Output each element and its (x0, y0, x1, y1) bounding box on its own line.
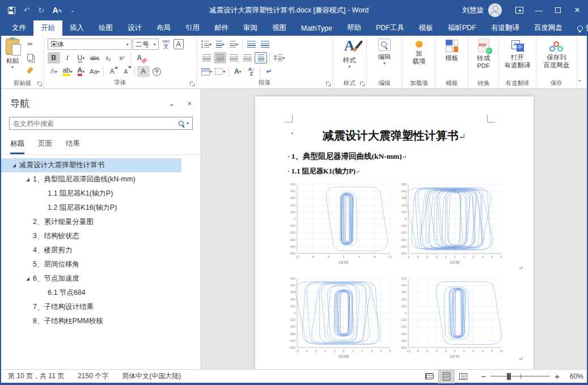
distribute-button[interactable] (255, 52, 267, 64)
nav-tree-item[interactable]: 7、子结构设计结果 (1, 300, 181, 314)
character-border-button[interactable]: A (174, 39, 184, 49)
align-left-button[interactable] (200, 52, 213, 64)
bullets-button[interactable]: ▾ (200, 39, 213, 50)
superscript-button[interactable]: x² (116, 52, 128, 64)
text-effects-button[interactable]: A▾ (48, 66, 60, 77)
zoom-slider[interactable] (490, 376, 550, 377)
nav-tab-标题[interactable]: 标题 (10, 139, 24, 154)
grow-font-button[interactable]: A (106, 66, 119, 77)
hysteresis-chart-L0-Y1[interactable]: -10-8-6-4-20246810-500-400-300-200-10001… (395, 275, 506, 363)
ribbon-tab-开始[interactable]: 开始 (33, 20, 62, 36)
increase-indent-button[interactable] (259, 39, 271, 50)
strikethrough-button[interactable]: abc (88, 52, 101, 64)
nav-tree-item[interactable]: 减震设计大震弹塑性计算书 (1, 158, 181, 172)
save-icon[interactable] (8, 7, 15, 14)
ribbon-tab-插入[interactable]: 插入 (62, 20, 91, 36)
ribbon-tab-设计[interactable]: 设计 (120, 20, 149, 36)
baidu-save-button[interactable]: 保存到百度网盘 (540, 37, 573, 79)
document-page[interactable]: ·减震设计大震弹塑性计算书↵ ·1、典型阻尼器滞回曲线(kN-mm)↵ ·1.1… (255, 96, 534, 369)
font-name-combo[interactable]: 宋体▾ (48, 39, 132, 50)
cut-button[interactable]: ✂ (24, 39, 36, 50)
ribbon-tab-视图[interactable]: 视图 (265, 20, 294, 36)
zoom-slider-thumb[interactable] (507, 373, 511, 380)
word-count[interactable]: 2150 个字 (71, 371, 115, 381)
shrink-font-button[interactable]: A (120, 66, 132, 77)
search-icon[interactable] (179, 121, 184, 126)
nav-tab-页面[interactable]: 页面 (38, 139, 52, 154)
nav-options-icon[interactable]: ⌄ (169, 99, 175, 108)
ribbon-tab-审阅[interactable]: 审阅 (236, 20, 265, 36)
format-painter-icon[interactable]: A✎ (52, 6, 62, 14)
undo-icon[interactable]: ↶ (23, 6, 30, 14)
align-right-button[interactable] (227, 52, 240, 64)
collapse-triangle-icon[interactable] (26, 277, 29, 281)
hysteresis-chart-L0-X3[interactable]: -5-4-3-2-1012345-500-400-300-200-1000100… (284, 275, 395, 363)
line-spacing-button[interactable]: ⇕▾ (272, 52, 285, 64)
nav-tree-item[interactable]: 4、楼层剪力 (1, 243, 181, 257)
ribbon-tab-百度网盘[interactable]: 百度网盘 (527, 20, 570, 36)
font-size-combo[interactable]: 二号▾ (133, 39, 159, 50)
search-options-icon[interactable]: ▾ (187, 121, 189, 126)
nav-tree-item[interactable]: 2、累计能量分量图 (1, 215, 181, 229)
copy-button[interactable] (24, 52, 36, 63)
styles-dialog-launcher[interactable] (360, 82, 365, 87)
nav-tree-item[interactable]: 1.2 阻尼器K16(轴力P) (1, 201, 181, 215)
ribbon-tab-PDF工具[interactable]: PDF工具 (369, 20, 412, 36)
editing-button[interactable]: 编辑 ▾ (375, 37, 395, 79)
enclose-characters-button[interactable]: 字 (151, 66, 163, 77)
template-button[interactable]: 模板 (442, 37, 462, 79)
ribbon-tab-帮助[interactable]: 帮助 (340, 20, 369, 36)
zoom-in-button[interactable]: + (555, 372, 560, 380)
ribbon-tab-告诉我[interactable]: 告诉我 (570, 20, 588, 36)
youdao-button[interactable]: 打开有道翻译 (501, 37, 534, 79)
highlight-button[interactable]: ab▾ (61, 66, 74, 77)
justify-button[interactable] (241, 52, 253, 64)
font-dialog-launcher[interactable] (190, 82, 195, 87)
redo-icon[interactable]: ↻ (38, 6, 45, 14)
nav-search-box[interactable]: ▾ (9, 117, 193, 130)
clipboard-dialog-launcher[interactable] (37, 82, 43, 87)
nav-tree-item[interactable]: 6、节点加速度 (1, 272, 181, 286)
zoom-out-button[interactable]: − (481, 372, 486, 380)
ribbon-tab-模板[interactable]: 模板 (412, 20, 441, 36)
language-indicator[interactable]: 简体中文(中国大陆) (115, 371, 188, 381)
collapse-triangle-icon[interactable] (26, 178, 29, 181)
ribbon-tab-邮件[interactable]: 邮件 (207, 20, 236, 36)
web-layout-button[interactable] (455, 370, 472, 383)
multilevel-list-button[interactable]: ▾ (227, 39, 240, 50)
character-shading-button[interactable]: A (137, 66, 150, 77)
paste-button[interactable]: 粘贴 ▾ (2, 37, 23, 79)
customize-qat-icon[interactable]: ⌄ (70, 7, 75, 13)
ribbon-tab-绘图[interactable]: 绘图 (91, 20, 120, 36)
ribbon-tab-福昕PDF[interactable]: 福昕PDF (441, 20, 484, 36)
paragraph-dialog-launcher[interactable] (326, 82, 331, 87)
addins-button[interactable]: 加载项 (409, 37, 429, 79)
zoom-percentage[interactable]: 60% (565, 373, 587, 380)
phonetic-guide-button[interactable]: wén文 (160, 39, 172, 50)
nav-tree-item[interactable]: 1.1 阻尼器K1(轴力P) (1, 187, 181, 201)
clear-formatting-button[interactable]: A (133, 52, 146, 64)
nav-tree-item[interactable]: 5、层间位移角 (1, 257, 181, 272)
search-input[interactable] (13, 120, 179, 128)
hysteresis-chart-L0-X1[interactable]: -12-8-404812-500-400-300-200-10001002003… (284, 181, 395, 269)
ribbon-tab-MathType[interactable]: MathType (294, 20, 340, 36)
minimize-button[interactable]: — (529, 0, 548, 20)
collapse-triangle-icon[interactable] (12, 164, 16, 167)
nav-tree-item[interactable]: 3、结构铰状态 (1, 229, 181, 243)
ribbon-display-options-icon[interactable] (510, 0, 529, 20)
sort-button[interactable]: A↓Z (245, 66, 257, 77)
numbering-button[interactable]: ▾ (214, 39, 226, 50)
font-color-button[interactable]: A▾ (75, 66, 87, 77)
change-case-button[interactable]: Aa▾ (88, 66, 101, 77)
nav-tree-item[interactable]: 1、典型阻尼器滞回曲线(kN-mm) (1, 172, 181, 187)
nav-tree-item[interactable]: 8、子结构柱PMM校核 (1, 314, 181, 328)
read-mode-button[interactable] (421, 370, 438, 383)
styles-button[interactable]: A 样式 ▾ (337, 37, 361, 79)
page-indicator[interactable]: 第 10 页，共 11 页 (1, 371, 71, 381)
shading-button[interactable]: ▾ (200, 66, 213, 77)
print-layout-button[interactable] (438, 370, 455, 383)
show-marks-button[interactable]: ↵ (263, 66, 275, 77)
ribbon-tab-引用[interactable]: 引用 (178, 20, 207, 36)
ribbon-tab-文件[interactable]: 文件 (5, 20, 33, 36)
bold-button[interactable]: B (48, 52, 60, 64)
